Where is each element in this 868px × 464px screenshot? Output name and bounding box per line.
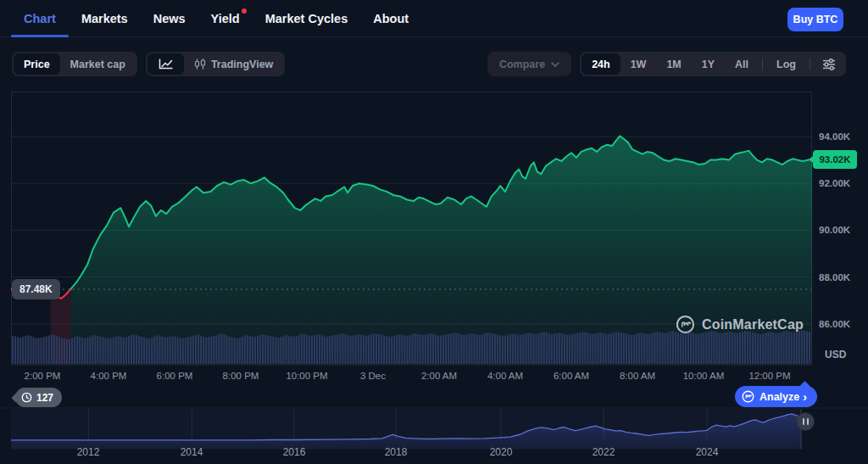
page-root: ChartMarketsNewsYieldMarket CyclesAbout … xyxy=(0,0,868,464)
candle-count-badge[interactable]: 127 xyxy=(15,388,62,407)
watermark: CoinMarketCap xyxy=(676,315,804,334)
coinmarketcap-logo-icon xyxy=(676,315,695,334)
x-axis-label: 3 Dec xyxy=(360,371,386,381)
pause-bars-icon xyxy=(803,418,804,425)
usd-label: USD xyxy=(825,349,846,361)
y-axis-label: 94.00K xyxy=(819,131,850,142)
minimap-year-label: 2020 xyxy=(490,446,513,458)
minimap-year-label: 2012 xyxy=(77,446,100,458)
y-axis-label: 90.00K xyxy=(819,225,850,235)
current-price-badge: 93.02K xyxy=(813,150,857,169)
brush-handle[interactable] xyxy=(796,412,815,431)
x-axis-label: 4:00 PM xyxy=(91,371,127,381)
y-axis-label: 92.00K xyxy=(819,178,850,188)
minimap-year-label: 2018 xyxy=(385,446,408,458)
y-axis-label: 88.00K xyxy=(819,272,850,282)
x-axis-label: 8:00 PM xyxy=(223,371,259,381)
chevron-right-icon: › xyxy=(803,390,807,404)
minimap-chart[interactable] xyxy=(0,408,868,450)
minimap-year-label: 2022 xyxy=(593,446,615,458)
x-axis-label: 10:00 PM xyxy=(286,371,327,381)
x-axis-label: 10:00 AM xyxy=(683,371,725,381)
cmc-chat-icon xyxy=(742,390,754,403)
minimap-year-label: 2024 xyxy=(696,446,719,458)
x-axis-label: 6:00 AM xyxy=(554,371,589,381)
minimap-year-label: 2016 xyxy=(283,446,306,458)
x-axis-label: 8:00 AM xyxy=(620,371,655,381)
x-axis-label: 6:00 PM xyxy=(157,371,193,381)
watermark-text: CoinMarketCap xyxy=(702,317,804,333)
analyze-button[interactable]: Analyze › xyxy=(735,386,817,407)
analyze-label: Analyze xyxy=(760,391,799,403)
x-axis-label: 4:00 AM xyxy=(487,371,523,381)
y-axis-label: 86.00K xyxy=(819,319,850,329)
x-axis-label: 12:00 PM xyxy=(748,371,790,381)
x-axis-label: 2:00 PM xyxy=(25,371,61,381)
x-axis-label: 2:00 AM xyxy=(421,371,457,381)
minimap-year-label: 2014 xyxy=(181,446,203,458)
history-clock-icon xyxy=(21,392,32,403)
open-price-badge: 87.48K xyxy=(12,279,60,299)
candle-count-value: 127 xyxy=(36,392,53,404)
